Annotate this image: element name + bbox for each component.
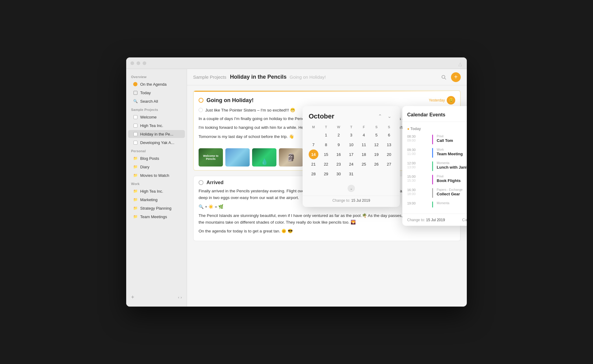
folder-icon-diary: 📁	[133, 164, 138, 169]
cal-header-thu: T	[345, 124, 357, 130]
event-time-start-3: 12:00	[407, 161, 428, 165]
cal-day-10[interactable]: 10	[346, 140, 356, 149]
sidebar-item-holiday-in-the-pencils[interactable]: Holiday in the Pe...	[128, 130, 185, 138]
event-name-5: Collect Gear	[437, 192, 467, 196]
cal-day-6[interactable]: 6	[384, 130, 394, 140]
sidebar-section-personal: Personal	[126, 147, 187, 154]
calendar-header: October ⌃ ⌄	[303, 106, 400, 124]
cal-day-8[interactable]: 8	[321, 140, 331, 149]
events-panel: Calendar Events + ⌃ ⌄ ● Today 08:30 09:0…	[402, 106, 467, 226]
photo-thumb-1[interactable]: Welcome toPencils	[199, 148, 223, 167]
traffic-light-close[interactable]	[130, 61, 134, 65]
cal-day-18[interactable]: 18	[359, 149, 369, 159]
search-icon	[441, 75, 446, 80]
event-time-col-6: 19:00	[407, 201, 428, 205]
sidebar-item-today[interactable]: Today	[128, 89, 185, 97]
cal-day-22[interactable]: 22	[321, 159, 331, 169]
cal-day-30[interactable]: 30	[334, 169, 344, 179]
cal-day-29[interactable]: 29	[321, 169, 331, 179]
sidebar-item-diary[interactable]: 📁 Diary	[128, 163, 185, 171]
sidebar-item-movies-to-watch[interactable]: 📁 Movies to Watch	[128, 171, 185, 179]
cal-day-3[interactable]: 3	[346, 130, 356, 140]
sidebar-item-high-tea-inc[interactable]: High Tea Inc.	[128, 122, 185, 129]
cal-day-2[interactable]: 2	[334, 130, 344, 140]
photo-thumb-4[interactable]: 🗿	[279, 148, 303, 167]
cal-day-9[interactable]: 9	[334, 140, 344, 149]
cal-day-5[interactable]: 5	[372, 130, 381, 140]
cal-day-1[interactable]: 1	[321, 130, 331, 140]
note-title: Going on Holiday!	[206, 97, 254, 104]
event-info-2: Work Team Meeting	[437, 148, 467, 156]
photo-thumb-3[interactable]: 💧	[252, 148, 276, 167]
cancel-button[interactable]: Cancel	[462, 218, 467, 222]
event-item-lunch-janice[interactable]: 12:00 13:00 Momenta Lunch with Janice	[402, 160, 467, 172]
cal-day-11[interactable]: 11	[359, 140, 369, 149]
sidebar-item-on-the-agenda[interactable]: On the Agenda	[128, 80, 185, 88]
event-name-3: Lunch with Janice	[437, 165, 467, 170]
cal-day-17[interactable]: 17	[346, 149, 356, 159]
add-button[interactable]: +	[451, 72, 461, 82]
cal-day-27[interactable]: 27	[384, 159, 394, 169]
cal-day-13[interactable]: 13	[384, 140, 394, 149]
cal-day-28[interactable]: 28	[309, 169, 318, 179]
cal-day-25[interactable]: 25	[359, 159, 369, 169]
cal-day-12[interactable]: 12	[372, 140, 381, 149]
calendar-next-button[interactable]: ⌄	[385, 112, 394, 120]
cal-header-sun: S	[383, 124, 395, 130]
cal-day-14[interactable]: 14	[309, 149, 318, 159]
event-time-end-2: 11:00	[407, 152, 428, 156]
note-card-header: Going on Holiday! Yesterday 😊	[194, 92, 460, 107]
sidebar-item-marketing[interactable]: 📁 Marketing	[128, 196, 185, 204]
event-time-end-5: 18:00	[407, 192, 428, 196]
cal-day-4[interactable]: 4	[359, 130, 369, 140]
cal-day-7[interactable]: 7	[309, 140, 318, 149]
sidebar-item-search-all[interactable]: 🔍 Search All	[128, 97, 185, 105]
cal-day-31[interactable]: 31	[346, 169, 356, 179]
event-item-team-meeting[interactable]: 09:30 11:00 Work Team Meeting	[402, 147, 467, 159]
event-time-col-3: 12:00 13:00	[407, 161, 428, 169]
calendar-expand-button[interactable]: ⌄	[348, 185, 355, 192]
traffic-light-minimize[interactable]	[137, 61, 140, 65]
cal-day-16[interactable]: 16	[334, 149, 344, 159]
sidebar: Overview On the Agenda Today 🔍 Search Al…	[126, 69, 187, 307]
cal-day-21[interactable]: 21	[309, 159, 318, 169]
add-note-button[interactable]: +	[131, 294, 134, 300]
change-to-label: Change to: 15 Jul 2019	[332, 198, 370, 203]
event-item-book-flights[interactable]: 15:00 15:30 Privé Book Flights	[402, 173, 467, 186]
note-icon-yak	[133, 140, 138, 145]
agenda-icon	[133, 82, 138, 87]
event-time-col-5: 16:30 18:00	[407, 188, 428, 196]
page-subtitle: Going on Holiday!	[290, 74, 326, 80]
event-category-3: Momenta	[437, 161, 467, 165]
event-item-collect-gear[interactable]: 16:30 18:00 Papers - Exchange Collect Ge…	[402, 187, 467, 199]
sidebar-item-high-tea-inc-work[interactable]: 📁 High Tea Inc.	[128, 187, 185, 195]
photo-thumb-2[interactable]	[225, 148, 250, 167]
folder-icon-marketing: 📁	[133, 197, 138, 202]
cal-day-26[interactable]: 26	[372, 159, 381, 169]
event-time-start-2: 09:30	[407, 148, 428, 152]
calendar-prev-button[interactable]: ⌃	[376, 112, 384, 120]
traffic-light-maximize[interactable]	[143, 61, 146, 65]
sidebar-item-developing-yak[interactable]: Developing Yak A...	[128, 139, 185, 146]
calendar-footer: ⌄	[303, 182, 400, 196]
sidebar-item-team-meetings[interactable]: 📁 Team Meetings	[128, 213, 185, 221]
nav-forward-button[interactable]: ›	[181, 294, 182, 300]
sidebar-item-strategy-planning[interactable]: 📁 Strategy Planning	[128, 204, 185, 212]
cal-day-23[interactable]: 23	[334, 159, 344, 169]
cal-day-20[interactable]: 20	[384, 149, 394, 159]
calendar-nav: ⌃ ⌄	[376, 112, 394, 120]
event-item-momenta[interactable]: 19:00 Momenta	[402, 200, 467, 209]
search-button[interactable]	[439, 73, 448, 81]
nav-back-button[interactable]: ‹	[178, 294, 179, 300]
event-bar	[432, 135, 433, 144]
events-header: Calendar Events + ⌃ ⌄	[402, 106, 467, 122]
cal-day-19[interactable]: 19	[372, 149, 381, 159]
event-item-call-tom[interactable]: 08:30 09:00 Privé Call Tom	[402, 133, 467, 146]
event-time-col-2: 09:30 11:00	[407, 148, 428, 156]
note-bullet	[199, 108, 203, 112]
sidebar-item-blog-posts[interactable]: 📁 Blog Posts	[128, 154, 185, 162]
cal-day-15[interactable]: 15	[321, 149, 331, 159]
cal-header-mon: M	[307, 124, 319, 130]
cal-day-24[interactable]: 24	[346, 159, 356, 169]
sidebar-item-welcome[interactable]: Welcome	[128, 113, 185, 121]
